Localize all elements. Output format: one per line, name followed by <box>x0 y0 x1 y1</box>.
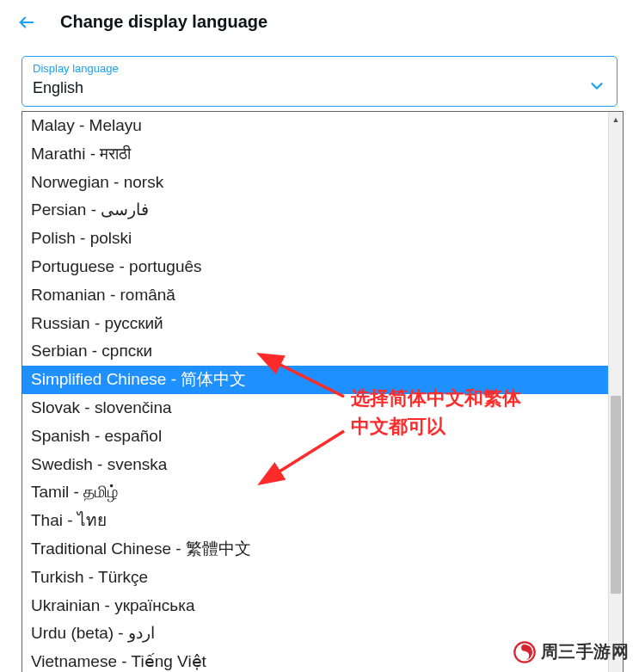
scroll-thumb[interactable] <box>611 396 621 594</box>
content-area: Display language English Malay - MelayuM… <box>0 44 639 119</box>
language-option[interactable]: Norwegian - norsk <box>22 169 608 197</box>
select-label: Display language <box>33 62 606 75</box>
display-language-select[interactable]: Display language English <box>22 56 617 107</box>
language-option[interactable]: Slovak - slovenčina <box>22 394 608 422</box>
language-option[interactable]: Swedish - svenska <box>22 451 608 479</box>
chevron-down-icon <box>587 77 606 99</box>
dropdown-scrollbar[interactable]: ▲ <box>608 112 623 672</box>
language-option[interactable]: Malay - Melayu <box>22 112 608 140</box>
language-option[interactable]: Traditional Chinese - 繁體中文 <box>22 535 608 564</box>
watermark: 周三手游网 <box>513 640 630 663</box>
scroll-up-arrow-icon[interactable]: ▲ <box>609 112 623 126</box>
language-option[interactable]: Spanish - español <box>22 422 608 451</box>
language-option[interactable]: Polish - polski <box>22 225 608 253</box>
language-option[interactable]: Ukrainian - українська <box>22 592 608 620</box>
watermark-text: 周三手游网 <box>541 640 630 663</box>
language-option[interactable]: Tamil - தமிழ் <box>22 478 608 507</box>
language-option[interactable]: Simplified Chinese - 简体中文 <box>22 366 608 394</box>
back-arrow-icon[interactable] <box>17 13 36 32</box>
language-option[interactable]: Romanian - română <box>22 281 608 310</box>
select-value-row: English <box>33 77 606 99</box>
language-option[interactable]: Serbian - српски <box>22 337 608 366</box>
language-option[interactable]: Marathi - मराठी <box>22 140 608 169</box>
language-option[interactable]: Persian - فارسی <box>22 196 608 225</box>
select-value: English <box>33 79 83 97</box>
language-dropdown: Malay - MelayuMarathi - मराठीNorwegian -… <box>22 111 624 672</box>
dropdown-list[interactable]: Malay - MelayuMarathi - मराठीNorwegian -… <box>22 112 608 672</box>
language-option[interactable]: Thai - ไทย <box>22 507 608 535</box>
language-option[interactable]: Russian - русский <box>22 310 608 338</box>
language-option[interactable]: Turkish - Türkçe <box>22 564 608 592</box>
page-title: Change display language <box>60 12 267 32</box>
language-option[interactable]: Portuguese - português <box>22 253 608 281</box>
page-header: Change display language <box>0 0 639 44</box>
watermark-logo-icon <box>513 641 536 663</box>
